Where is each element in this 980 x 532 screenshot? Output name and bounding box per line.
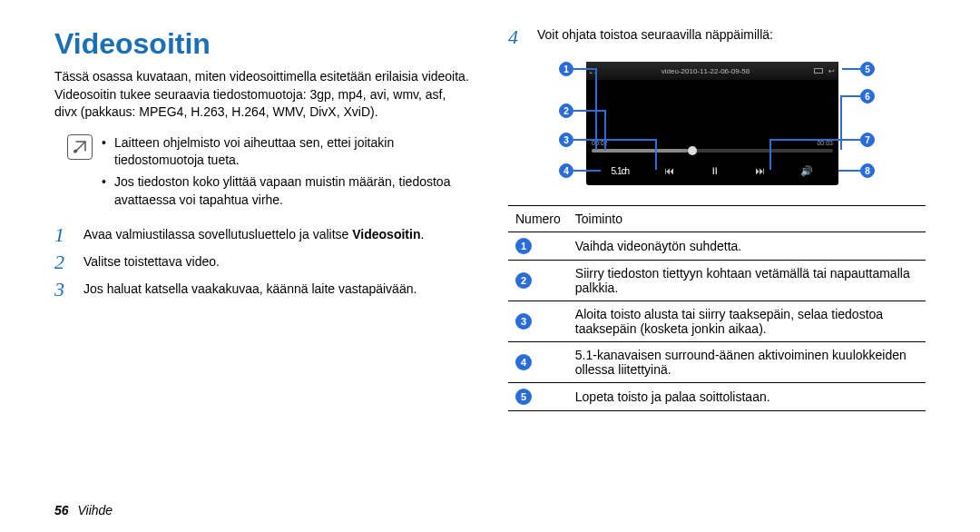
table-header-number: Numero: [508, 206, 568, 232]
step-text: Jos haluat katsella vaakakuvaa, käännä l…: [83, 280, 472, 300]
back-icon: ↩: [828, 67, 835, 75]
table-row: 5 Lopeta toisto ja palaa soittolistaan.: [508, 383, 926, 411]
callout-3: 3: [559, 133, 573, 147]
seek-bar: [592, 149, 833, 153]
function-table: Numero Toiminto 1 Vaihda videonäytön suh…: [508, 205, 926, 411]
row-num: 4: [515, 354, 532, 370]
step-text: Valitse toistettava video.: [83, 252, 472, 272]
callout-8: 8: [860, 163, 875, 178]
volume-icon: 🔊: [800, 165, 813, 177]
row-text: Siirry tiedoston tiettyyn kohtaan vetämä…: [568, 261, 926, 301]
table-row: 1 Vaihda videonäytön suhdetta.: [508, 232, 926, 261]
step-number: 2: [54, 252, 71, 272]
callout-7: 7: [860, 133, 875, 147]
step-number: 3: [54, 280, 71, 300]
table-header-function: Toiminto: [568, 206, 926, 232]
note-item: Jos tiedoston koko ylittää vapaan muisti…: [102, 173, 472, 209]
table-row: 2 Siirry tiedoston tiettyyn kohtaan vetä…: [508, 261, 926, 301]
row-num: 3: [515, 313, 532, 330]
page-footer: 56 Viihde: [54, 503, 113, 517]
battery-icon: [814, 68, 823, 74]
step-number: 4: [508, 27, 524, 47]
table-row: 3 Aloita toisto alusta tai siirry taakse…: [508, 301, 926, 342]
intro-text: Tässä osassa kuvataan, miten videosoitti…: [54, 68, 472, 122]
player-diagram: 1 2 3 4 5 6 7 8: [544, 56, 889, 192]
callout-5: 5: [860, 62, 875, 76]
row-text: Vaihda videonäytön suhdetta.: [568, 232, 926, 261]
pause-icon: ⏸: [710, 165, 720, 176]
prev-icon: ⏮: [664, 165, 674, 176]
callout-4: 4: [559, 163, 573, 178]
step-2: 2 Valitse toistettava video.: [54, 252, 472, 272]
step-1: 1 Avaa valmiustilassa sovellutusluettelo…: [54, 225, 472, 245]
step-text: Avaa valmiustilassa sovellutusluettelo j…: [83, 227, 352, 241]
callout-6: 6: [860, 89, 875, 103]
table-row: 4 5.1-kanavaisen surround-äänen aktivoim…: [508, 342, 926, 383]
row-num: 2: [515, 272, 532, 289]
surround-label: 5.1ch: [612, 166, 629, 176]
next-icon: ⏭: [755, 165, 765, 176]
note-item: Laitteen ohjelmisto voi aiheuttaa sen, e…: [102, 134, 472, 170]
step-3: 3 Jos haluat katsella vaakakuvaa, käännä…: [54, 280, 472, 300]
note-icon: [67, 134, 93, 160]
video-player-frame: ⛶ video-2010-11-22-06-09-58 ↩ 00:02 00:0…: [586, 62, 838, 185]
row-text: 5.1-kanavaisen surround-äänen aktivoimin…: [568, 342, 926, 383]
row-num: 5: [515, 389, 532, 405]
note-box: Laitteen ohjelmisto voi aiheuttaa sen, e…: [67, 134, 472, 212]
step-text: Voit ohjata toistoa seuraavilla näppäimi…: [537, 27, 926, 47]
callout-2: 2: [559, 103, 573, 118]
step-text: .: [420, 227, 424, 241]
page-number: 56: [54, 503, 69, 517]
row-text: Aloita toisto alusta tai siirry taaksepä…: [568, 301, 926, 342]
video-file-title: video-2010-11-22-06-09-58: [662, 67, 750, 75]
time-total: 00:03: [817, 140, 833, 146]
page-title: Videosoitin: [54, 27, 472, 61]
step-bold: Videosoitin: [352, 227, 420, 241]
row-num: 1: [515, 238, 532, 254]
callout-1: 1: [559, 62, 573, 76]
step-number: 1: [54, 225, 71, 245]
seek-knob: [688, 146, 697, 155]
step-4: 4 Voit ohjata toistoa seuraavilla näppäi…: [508, 27, 926, 47]
row-text: Lopeta toisto ja palaa soittolistaan.: [568, 383, 926, 411]
section-name: Viihde: [77, 503, 113, 517]
